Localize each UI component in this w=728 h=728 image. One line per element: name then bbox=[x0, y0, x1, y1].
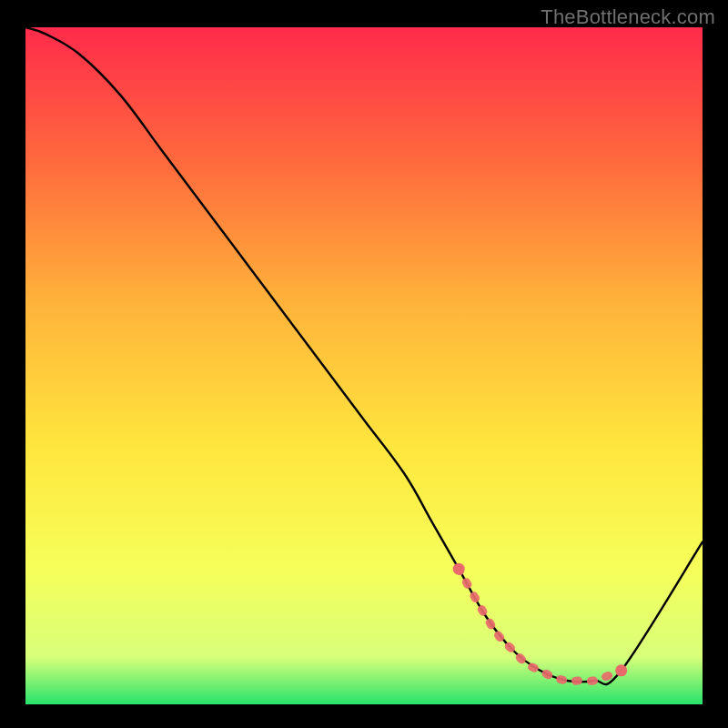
plot-area bbox=[25, 27, 703, 704]
marker-dot bbox=[615, 664, 627, 676]
watermark-text: TheBottleneck.com bbox=[541, 5, 715, 29]
gradient-background bbox=[25, 27, 703, 704]
marker-dot bbox=[453, 563, 465, 575]
plot-svg bbox=[25, 27, 703, 704]
chart-frame: TheBottleneck.com bbox=[0, 0, 728, 728]
